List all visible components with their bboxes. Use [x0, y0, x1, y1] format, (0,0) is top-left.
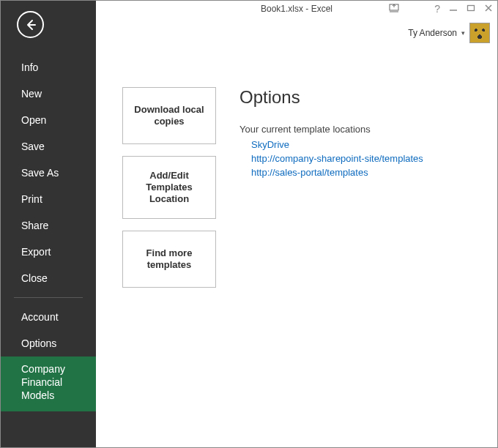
user-name[interactable]: Ty Anderson [408, 28, 457, 38]
user-menu-caret-icon[interactable]: ▾ [461, 29, 465, 37]
sidebar-nav: Info New Open Save Save As Print Share E… [1, 54, 96, 411]
window-controls: ? [434, 4, 493, 14]
tile-add-edit-templates-location[interactable]: Add/Edit Templates Location [122, 156, 216, 219]
sidebar-separator [14, 297, 83, 298]
sidebar: Info New Open Save Save As Print Share E… [1, 1, 96, 447]
user-avatar[interactable] [469, 23, 490, 43]
options-heading: Options [239, 87, 483, 108]
sidebar-item-new[interactable]: New [1, 81, 96, 107]
action-tiles: Download local copies Add/Edit Templates… [122, 87, 216, 288]
help-icon[interactable]: ? [434, 4, 440, 14]
sidebar-item-info[interactable]: Info [1, 54, 96, 81]
template-location-link[interactable]: http://company-sharepoint-site/templates [251, 153, 483, 164]
titlebar: Book1.xlsx - Excel ? [96, 1, 497, 18]
main-area: Book1.xlsx - Excel ? Ty Anderson ▾ [96, 1, 497, 447]
sidebar-item-account[interactable]: Account [1, 304, 96, 330]
backstage-window: Info New Open Save Save As Print Share E… [0, 0, 498, 448]
ribbon-display-icon[interactable] [389, 4, 399, 15]
user-bar: Ty Anderson ▾ [96, 23, 497, 43]
sidebar-item-share[interactable]: Share [1, 212, 96, 239]
sidebar-item-saveas[interactable]: Save As [1, 160, 96, 186]
sidebar-item-options[interactable]: Options [1, 330, 96, 356]
sidebar-item-close[interactable]: Close [1, 265, 96, 291]
sidebar-item-save[interactable]: Save [1, 133, 96, 160]
restore-button[interactable] [467, 4, 475, 14]
template-location-link[interactable]: SkyDrive [251, 139, 483, 150]
sidebar-item-open[interactable]: Open [1, 107, 96, 133]
sidebar-item-company-financial-models[interactable]: Company Financial Models [1, 356, 96, 411]
options-subhead: Your current template locations [239, 124, 483, 135]
template-location-link[interactable]: http://sales-portal/templates [251, 167, 483, 178]
sidebar-item-print[interactable]: Print [1, 186, 96, 212]
tile-find-more-templates[interactable]: Find more templates [122, 231, 216, 288]
template-location-links: SkyDrive http://company-sharepoint-site/… [239, 139, 483, 178]
close-button[interactable] [484, 4, 493, 14]
back-button[interactable] [17, 11, 44, 38]
minimize-button[interactable] [449, 4, 458, 14]
window-title: Book1.xlsx - Excel [261, 4, 332, 14]
svg-rect-1 [468, 6, 475, 11]
sidebar-item-export[interactable]: Export [1, 239, 96, 265]
tile-download-local-copies[interactable]: Download local copies [122, 87, 216, 144]
content-area: Download local copies Add/Edit Templates… [96, 43, 497, 288]
options-column: Options Your current template locations … [229, 87, 483, 288]
back-arrow-icon [23, 18, 38, 32]
